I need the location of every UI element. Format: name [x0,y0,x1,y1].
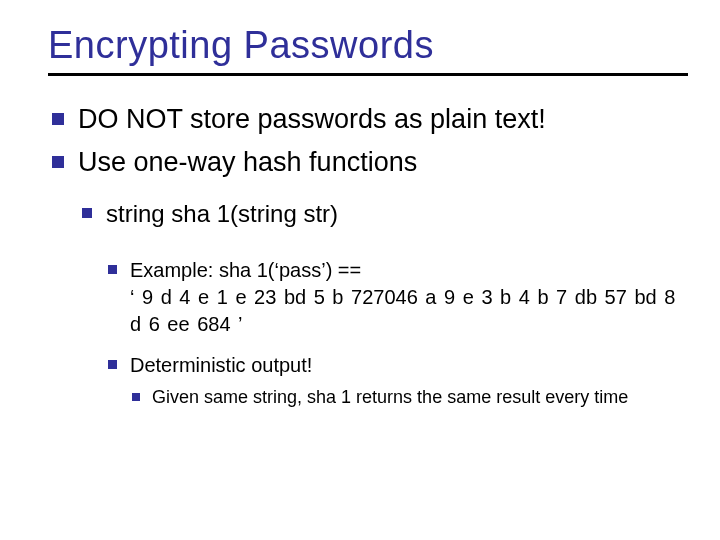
bullet-text: Use one-way hash functions [78,147,417,177]
bullet-sublist: Given same string, sha 1 returns the sam… [130,385,680,409]
bullet-text: Example: sha 1(‘pass’) == [130,259,361,281]
bullet-text: DO NOT store passwords as plain text! [78,104,546,134]
bullet-text-cont: ‘ 9 d 4 e 1 e 23 bd 5 b 727046 a 9 e 3 b… [130,286,675,335]
bullet-lvl1: DO NOT store passwords as plain text! [48,102,680,137]
bullet-sublist: string sha 1(string str) Example: sha 1(… [78,198,680,409]
bullet-lvl2: string sha 1(string str) Example: sha 1(… [78,198,680,409]
bullet-lvl1: Use one-way hash functions string sha 1(… [48,145,680,410]
bullet-text: Given same string, sha 1 returns the sam… [152,387,628,407]
slide: Encrypting Passwords DO NOT store passwo… [0,0,720,540]
bullet-lvl3: Example: sha 1(‘pass’) == ‘ 9 d 4 e 1 e … [106,257,680,338]
bullet-text: Deterministic output! [130,354,312,376]
slide-title: Encrypting Passwords [48,24,680,67]
bullet-text: string sha 1(string str) [106,200,338,227]
bullet-list: DO NOT store passwords as plain text! Us… [48,102,680,410]
bullet-lvl4: Given same string, sha 1 returns the sam… [130,385,680,409]
bullet-sublist: Example: sha 1(‘pass’) == ‘ 9 d 4 e 1 e … [106,257,680,409]
bullet-lvl3: Deterministic output! Given same string,… [106,352,680,409]
title-underline [48,73,688,76]
